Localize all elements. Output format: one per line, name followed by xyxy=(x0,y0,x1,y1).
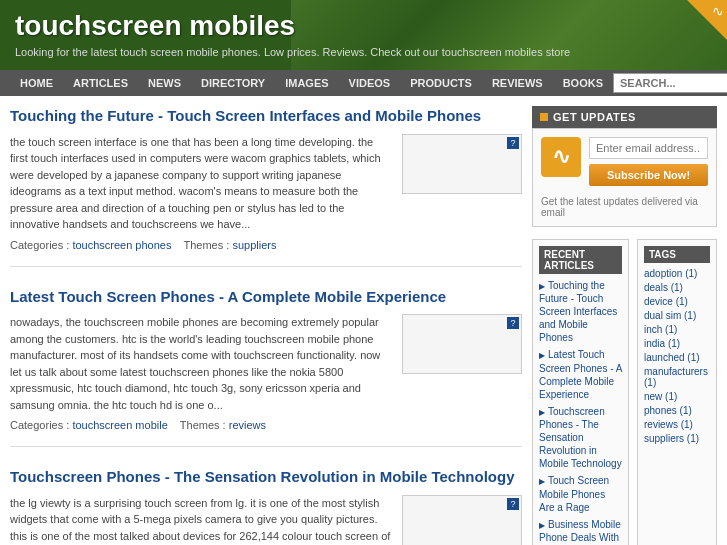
recent-item-1-link[interactable]: Touching the Future - Touch Screen Inter… xyxy=(539,280,617,343)
article-1: Touching the Future - Touch Screen Inter… xyxy=(10,106,522,267)
rss-feed-icon: ∿ xyxy=(541,137,581,177)
article-1-body: the touch screen interface is one that h… xyxy=(10,134,522,233)
tag-launched[interactable]: launched (1) xyxy=(644,352,710,363)
article-2-body: nowadays, the touchscreen mobile phones … xyxy=(10,314,522,413)
updates-note: Get the latest updates delivered via ema… xyxy=(541,191,708,218)
article-2-cats: Categories : touchscreen mobile Themes :… xyxy=(10,419,522,431)
rss-symbol: ∿ xyxy=(552,144,570,170)
article-2-themes-label: Themes : xyxy=(180,419,226,431)
nav-articles[interactable]: ARTICLES xyxy=(63,70,138,96)
tag-manufacturers[interactable]: manufacturers (1) xyxy=(644,366,710,388)
article-3-title: Touchscreen Phones - The Sensation Revol… xyxy=(10,467,522,487)
tag-adoption[interactable]: adoption (1) xyxy=(644,268,710,279)
recent-item-4-link[interactable]: Touch Screen Mobile Phones Are a Rage xyxy=(539,475,609,512)
nav-books[interactable]: BOOKS xyxy=(553,70,613,96)
article-2-category-link[interactable]: touchscreen mobile xyxy=(72,419,167,431)
recent-item-3-link[interactable]: Touchscreen Phones - The Sensation Revol… xyxy=(539,406,622,469)
recent-item-5[interactable]: Business Mobile Phone Deals With High-Te… xyxy=(539,518,622,545)
tag-reviews-link[interactable]: reviews (1) xyxy=(644,419,693,430)
ad-q-icon: ? xyxy=(507,137,519,149)
get-updates-icon xyxy=(540,113,548,121)
recent-item-2-link[interactable]: Latest Touch Screen Phones - A Complete … xyxy=(539,349,622,399)
site-header: touchscreen mobiles Looking for the late… xyxy=(0,0,727,70)
tag-device-link[interactable]: device (1) xyxy=(644,296,688,307)
article-2-title-link[interactable]: Latest Touch Screen Phones - A Complete … xyxy=(10,288,446,305)
get-updates-section: GET UPDATES ∿ Subscribe Now! Get the lat… xyxy=(532,106,717,227)
article-2: Latest Touch Screen Phones - A Complete … xyxy=(10,287,522,448)
article-3: Touchscreen Phones - The Sensation Revol… xyxy=(10,467,522,545)
article-2-title: Latest Touch Screen Phones - A Complete … xyxy=(10,287,522,307)
nav-products[interactable]: PRODUCTS xyxy=(400,70,482,96)
recent-item-3[interactable]: Touchscreen Phones - The Sensation Revol… xyxy=(539,405,622,470)
tag-reviews[interactable]: reviews (1) xyxy=(644,419,710,430)
rss-corner-icon: ∿ xyxy=(712,3,724,19)
article-1-title: Touching the Future - Touch Screen Inter… xyxy=(10,106,522,126)
get-updates-header: GET UPDATES xyxy=(532,106,717,128)
article-1-cats: Categories : touchscreen phones Themes :… xyxy=(10,239,522,251)
recent-articles-header: RECENT ARTICLES xyxy=(539,246,622,274)
ad-q-icon-2: ? xyxy=(507,317,519,329)
tag-adoption-link[interactable]: adoption (1) xyxy=(644,268,697,279)
article-2-text: nowadays, the touchscreen mobile phones … xyxy=(10,314,394,413)
tag-dual-sim-link[interactable]: dual sim (1) xyxy=(644,310,696,321)
main-nav: HOME ARTICLES NEWS DIRECTORY IMAGES VIDE… xyxy=(0,70,727,96)
sidebar: GET UPDATES ∿ Subscribe Now! Get the lat… xyxy=(532,106,717,545)
article-2-cats-label: Categories : xyxy=(10,419,69,431)
tag-manufacturers-link[interactable]: manufacturers (1) xyxy=(644,366,708,388)
tag-phones-link[interactable]: phones (1) xyxy=(644,405,692,416)
tag-deals-link[interactable]: deals (1) xyxy=(644,282,683,293)
tag-new-link[interactable]: new (1) xyxy=(644,391,677,402)
tag-new[interactable]: new (1) xyxy=(644,391,710,402)
main-content: Touching the Future - Touch Screen Inter… xyxy=(10,106,522,545)
article-3-title-link[interactable]: Touchscreen Phones - The Sensation Revol… xyxy=(10,468,515,485)
article-3-text: the lg viewty is a surprising touch scre… xyxy=(10,495,394,546)
article-2-theme-link[interactable]: reviews xyxy=(229,419,266,431)
recent-articles-tags-wrap: RECENT ARTICLES Touching the Future - To… xyxy=(532,239,717,545)
tag-launched-link[interactable]: launched (1) xyxy=(644,352,700,363)
nav-news[interactable]: NEWS xyxy=(138,70,191,96)
recent-item-5-link[interactable]: Business Mobile Phone Deals With High-Te… xyxy=(539,519,621,545)
get-updates-header-label: GET UPDATES xyxy=(553,111,636,123)
tags-header: TAGS xyxy=(644,246,710,263)
search-input[interactable] xyxy=(613,73,727,93)
nav-home[interactable]: HOME xyxy=(10,70,63,96)
recent-item-4[interactable]: Touch Screen Mobile Phones Are a Rage xyxy=(539,474,622,513)
article-1-themes-label: Themes : xyxy=(183,239,229,251)
content-wrap: Touching the Future - Touch Screen Inter… xyxy=(0,96,727,545)
tag-india-link[interactable]: india (1) xyxy=(644,338,680,349)
article-3-body: the lg viewty is a surprising touch scre… xyxy=(10,495,522,546)
tag-deals[interactable]: deals (1) xyxy=(644,282,710,293)
nav-directory[interactable]: DIRECTORY xyxy=(191,70,275,96)
nav-videos[interactable]: VIDEOS xyxy=(339,70,401,96)
ad-q-icon-3: ? xyxy=(507,498,519,510)
tag-inch-link[interactable]: inch (1) xyxy=(644,324,677,335)
tag-device[interactable]: device (1) xyxy=(644,296,710,307)
tag-phones[interactable]: phones (1) xyxy=(644,405,710,416)
tag-india[interactable]: india (1) xyxy=(644,338,710,349)
article-1-cats-label: Categories : xyxy=(10,239,69,251)
article-1-theme-link[interactable]: suppliers xyxy=(232,239,276,251)
recent-tags-section: RECENT ARTICLES Touching the Future - To… xyxy=(532,239,717,545)
get-updates-body: ∿ Subscribe Now! Get the latest updates … xyxy=(532,128,717,227)
article-1-title-link[interactable]: Touching the Future - Touch Screen Inter… xyxy=(10,107,481,124)
article-1-category-link[interactable]: touchscreen phones xyxy=(72,239,171,251)
tags-panel: TAGS adoption (1) deals (1) device (1) d… xyxy=(637,239,717,545)
tag-dual-sim[interactable]: dual sim (1) xyxy=(644,310,710,321)
site-tagline: Looking for the latest touch screen mobi… xyxy=(15,46,712,58)
tag-inch[interactable]: inch (1) xyxy=(644,324,710,335)
recent-articles-panel: RECENT ARTICLES Touching the Future - To… xyxy=(532,239,629,545)
nav-items: HOME ARTICLES NEWS DIRECTORY IMAGES VIDE… xyxy=(10,70,613,96)
recent-item-2[interactable]: Latest Touch Screen Phones - A Complete … xyxy=(539,348,622,400)
tag-suppliers[interactable]: suppliers (1) xyxy=(644,433,710,444)
article-2-ad: ? xyxy=(402,314,522,374)
site-title: touchscreen mobiles xyxy=(15,10,712,42)
tag-suppliers-link[interactable]: suppliers (1) xyxy=(644,433,699,444)
nav-reviews[interactable]: REVIEWS xyxy=(482,70,553,96)
article-1-text: the touch screen interface is one that h… xyxy=(10,134,394,233)
subscribe-button[interactable]: Subscribe Now! xyxy=(589,164,708,186)
email-input[interactable] xyxy=(589,137,708,159)
article-3-ad: ? xyxy=(402,495,522,546)
article-1-ad: ? xyxy=(402,134,522,194)
recent-item-1[interactable]: Touching the Future - Touch Screen Inter… xyxy=(539,279,622,344)
nav-images[interactable]: IMAGES xyxy=(275,70,338,96)
